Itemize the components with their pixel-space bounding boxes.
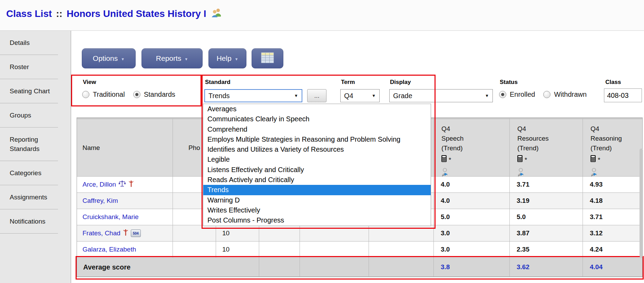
help-button-label: Help [216, 54, 231, 63]
standard-more-button[interactable]: ... [307, 89, 326, 102]
student-link[interactable]: Cruickshank, Marie [82, 213, 139, 221]
average-score-label: Average score [77, 258, 259, 277]
extra-cell: 10 [216, 242, 259, 258]
table-row: Caffrey, Kim [77, 193, 173, 209]
table-row: Cruickshank, Marie [77, 209, 173, 225]
score-cell[interactable]: 4.0 [434, 193, 510, 209]
empty-cell [369, 242, 434, 258]
view-label: View [83, 79, 96, 86]
student-link[interactable]: Caffrey, Kim [82, 197, 118, 205]
status-enrolled-radio[interactable] [499, 91, 506, 98]
calculated-footnote: * [598, 155, 600, 165]
score-cell[interactable]: 3.0 [434, 225, 510, 242]
medical-icon [128, 180, 134, 189]
table-row: Frates, Chad 504 [77, 225, 173, 242]
person-detail-icon[interactable] [591, 168, 598, 177]
score-cell[interactable]: 4.0 [434, 177, 510, 193]
dropdown-option[interactable]: Writes Effectively [203, 205, 431, 215]
term-label: Term [341, 79, 355, 86]
empty-cell [369, 225, 434, 242]
view-standards-radio[interactable] [133, 91, 140, 98]
student-link[interactable]: Arce, Dillon [82, 181, 116, 188]
title-separator: :: [55, 8, 63, 19]
score-cell[interactable]: 3.71 [510, 177, 583, 193]
dropdown-option[interactable]: Post Columns - Progress [203, 215, 431, 225]
view-traditional-radio[interactable] [82, 91, 89, 98]
dropdown-option[interactable]: Comprehend [203, 124, 431, 134]
score-cell[interactable]: 3.19 [510, 193, 583, 209]
help-button[interactable]: Help ▼ [208, 48, 246, 68]
calculator-icon[interactable] [441, 155, 447, 165]
person-detail-icon[interactable] [441, 168, 449, 177]
class-label: Class [605, 79, 621, 86]
score-cell[interactable]: 5.0 [510, 209, 583, 225]
sidebar-item-groups[interactable]: Groups [0, 103, 58, 128]
score-cell[interactable]: 4.24 [583, 242, 642, 258]
sidebar-item-notifications[interactable]: Notifications [0, 209, 58, 234]
average-empty-cell [369, 258, 434, 277]
chevron-down-icon: ▼ [235, 57, 238, 61]
status-withdrawn-radio[interactable] [543, 91, 550, 98]
display-select[interactable]: Grade ▼ [389, 89, 493, 102]
sidebar-item-details[interactable]: Details [0, 31, 58, 55]
q4-resources-column-header[interactable]: Q4 Resources (Trend) * [510, 118, 583, 177]
options-button[interactable]: Options ▼ [82, 48, 136, 68]
q4-reasoning-column-header[interactable]: Q4 Reasoning (Trend) * [583, 118, 642, 177]
empty-cell [259, 242, 300, 258]
sidebar-item-assignments[interactable]: Assignments [0, 185, 58, 209]
dropdown-option[interactable]: Reads Actively and Critically [203, 175, 431, 185]
class-input[interactable] [604, 88, 642, 102]
dropdown-option[interactable]: Employs Multiple Strategies in Reasoning… [203, 134, 431, 144]
view-traditional-label: Traditional [93, 91, 125, 98]
calculated-footnote: * [525, 155, 527, 165]
dropdown-option[interactable]: Communicates Clearly in Speech [203, 114, 431, 124]
score-cell[interactable]: 5.0 [434, 209, 510, 225]
score-cell[interactable]: 3.71 [583, 209, 642, 225]
score-cell[interactable]: 4.18 [583, 193, 642, 209]
vertical-scrollbar-thumb[interactable] [640, 149, 643, 257]
empty-cell [259, 225, 300, 242]
table-row: Arce, Dillon [77, 177, 173, 193]
student-link[interactable]: Frates, Chad [82, 229, 120, 237]
q4-speech-column-header[interactable]: Q4 Speech (Trend) * [434, 118, 510, 177]
header-standard: Resources [517, 134, 549, 143]
sidebar-item-seating-chart[interactable]: Seating Chart [0, 79, 58, 103]
dropdown-option-selected[interactable]: Trends [203, 185, 431, 195]
standard-select[interactable]: Trends ▼ [204, 89, 302, 102]
grid-view-button[interactable] [252, 48, 283, 68]
header-standard: Speech [441, 134, 464, 143]
plan-504-icon: 504 [131, 229, 141, 237]
dropdown-option[interactable]: Warning D [203, 195, 431, 205]
sidebar-item-categories[interactable]: Categories [0, 161, 58, 185]
person-detail-icon[interactable] [517, 168, 525, 177]
score-cell[interactable]: 3.12 [583, 225, 642, 242]
empty-cell [300, 242, 369, 258]
class-list-link[interactable]: Class List [6, 8, 52, 19]
name-column-header[interactable]: Name [77, 118, 173, 177]
sidebar-item-reporting-standards[interactable]: Reporting Standards [0, 128, 58, 161]
calculator-icon[interactable] [591, 155, 596, 165]
scales-icon [118, 180, 126, 189]
score-cell[interactable]: 3.87 [510, 225, 583, 242]
dropdown-option[interactable]: Identifies and Utilizes a Variety of Res… [203, 144, 431, 154]
score-cell[interactable]: 3.0 [434, 242, 510, 258]
reports-button[interactable]: Reports ▼ [142, 48, 203, 68]
dropdown-option[interactable]: Listens Effectively and Critically [203, 165, 431, 175]
reports-button-label: Reports [156, 54, 182, 63]
dropdown-option[interactable]: Legible [203, 154, 431, 164]
term-select[interactable]: Q4 ▼ [340, 89, 380, 102]
select-arrow-icon: ▼ [294, 93, 298, 98]
sidebar-item-roster[interactable]: Roster [0, 55, 58, 79]
display-select-value: Grade [393, 92, 412, 100]
average-empty-cell [259, 258, 300, 277]
calculated-footnote: * [449, 155, 451, 165]
course-title: Honors United States History I [67, 8, 206, 19]
standard-select-value: Trends [208, 92, 230, 100]
student-link[interactable]: Galarza, Elizabeth [82, 246, 136, 253]
average-score-cell: 3.62 [510, 258, 583, 277]
score-cell[interactable]: 2.35 [510, 242, 583, 258]
score-cell[interactable]: 4.93 [583, 177, 642, 193]
calculator-icon[interactable] [517, 155, 523, 165]
photo-cell [173, 242, 216, 258]
dropdown-option[interactable]: Averages [203, 104, 431, 114]
